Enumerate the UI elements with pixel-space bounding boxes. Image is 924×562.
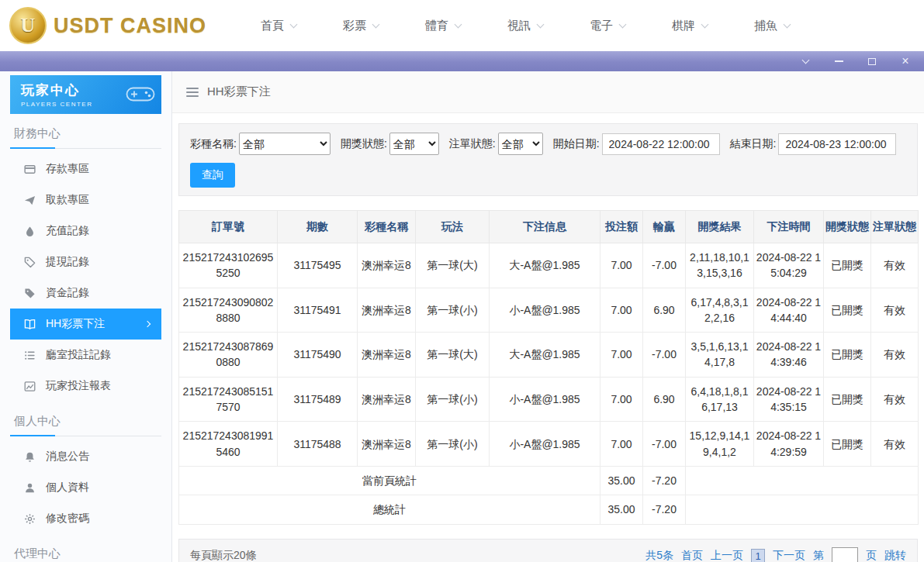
logo-letter: U (21, 14, 36, 37)
sidebar-item-player-bet-report[interactable]: 玩家投注報表 (10, 371, 161, 402)
nav-item-label: 電子 (590, 19, 613, 33)
sidebar-item-hh-lottery-bets[interactable]: HH彩票下注 (10, 309, 161, 340)
nav-item-board-games[interactable]: 棋牌 (672, 19, 708, 33)
cell-draw-status: 已開獎 (824, 422, 871, 467)
tag-filled-icon (23, 287, 36, 299)
sidebar-item-profile[interactable]: 個人資料 (10, 472, 161, 503)
draw-status-select[interactable]: 全部 (389, 133, 439, 155)
chevron-down-icon (537, 20, 545, 28)
current-page-indicator[interactable]: 1 (751, 549, 765, 562)
cell-draw-status: 已開獎 (824, 243, 871, 288)
sidebar-item-label: 個人資料 (46, 481, 89, 495)
nav-item-label: 彩票 (343, 19, 366, 33)
chevron-down-icon (801, 57, 809, 64)
filter-panel: 彩種名稱: 全部 開獎狀態: 全部 注單狀態: 全 (178, 123, 918, 196)
main-menu: 首頁 彩票 體育 視訊 電子 棋牌 捕魚 (261, 19, 790, 33)
page-jump-input[interactable] (832, 547, 858, 562)
sidebar-item-hall-bet-records[interactable]: 廳室投註記錄 (10, 340, 161, 371)
sidebar-item-withdraw-record[interactable]: 提現記錄 (10, 247, 161, 278)
cell-win-loss: -7.00 (643, 243, 686, 288)
sidebar-item-withdraw[interactable]: 取款專區 (10, 184, 161, 215)
sidebar: 玩家中心 PLAYERS CENTER 財務中心 存款專區 取款專區 充值記錄 … (0, 71, 172, 562)
cell-order-status: 有效 (871, 243, 919, 288)
maximize-icon (868, 58, 876, 65)
start-date-input[interactable] (602, 133, 720, 155)
cell-lottery-name: 澳洲幸运8 (358, 288, 416, 333)
jump-label-pre: 第 (813, 549, 824, 562)
cell-win-loss: 6.90 (643, 288, 686, 333)
cell-bet-time: 2024-08-22 14:35:15 (754, 377, 824, 422)
book-icon (23, 318, 36, 330)
end-date-input[interactable] (778, 133, 896, 155)
cell-order-number: 2152172431026955250 (179, 243, 278, 288)
end-date-label: 結束日期: (730, 137, 777, 151)
droplet-icon (23, 225, 36, 237)
cell-play-type: 第一球(大) (416, 333, 490, 378)
draw-status-filter-label: 開獎狀態: (341, 137, 387, 151)
bets-table-body: 2152172431026955250 31175495 澳洲幸运8 第一球(大… (179, 243, 919, 467)
start-date-group: 開始日期: (553, 133, 720, 155)
person-icon (23, 481, 36, 494)
chevron-right-icon (144, 321, 151, 327)
app-body: 玩家中心 PLAYERS CENTER 財務中心 存款專區 取款專區 充值記錄 … (0, 71, 924, 562)
nav-item-lottery[interactable]: 彩票 (343, 19, 379, 33)
grand-total-winloss: -7.20 (643, 495, 686, 524)
window-minimize-button[interactable] (832, 55, 845, 67)
jump-button[interactable]: 跳转 (884, 549, 906, 562)
content-area: 彩種名稱: 全部 開獎狀態: 全部 注單狀態: 全 (172, 113, 924, 562)
table-summary: 當前頁統計 35.00 -7.20 總統計 35.00 -7.20 (179, 466, 919, 524)
cell-draw-status: 已開獎 (824, 377, 871, 422)
sidebar-item-label: 消息公告 (46, 450, 89, 464)
nav-item-fishing[interactable]: 捕魚 (754, 19, 790, 33)
nav-item-video[interactable]: 視訊 (507, 19, 543, 33)
cell-order-number: 2152172430819915460 (179, 422, 278, 467)
nav-item-label: 視訊 (507, 19, 531, 33)
sidebar-item-label: 取款專區 (46, 193, 89, 207)
table-row: 2152172431026955250 31175495 澳洲幸运8 第一球(大… (179, 243, 919, 288)
cell-bet-time: 2024-08-22 14:39:46 (754, 333, 824, 378)
window-dropdown-button[interactable] (799, 55, 812, 67)
cell-order-status: 有效 (871, 288, 919, 333)
window-close-button[interactable]: × (899, 55, 912, 67)
col-bet-time: 下注時間 (754, 211, 824, 243)
sidebar-item-deposit[interactable]: 存款專區 (10, 153, 161, 184)
bets-table: 訂單號 期數 彩種名稱 玩法 下注信息 投注額 輸贏 開獎結果 下注時間 開獎狀… (178, 210, 919, 525)
grand-total-empty (686, 495, 919, 524)
prev-page-link[interactable]: 上一页 (711, 549, 743, 562)
first-page-link[interactable]: 首页 (681, 549, 703, 562)
nav-item-sports[interactable]: 體育 (425, 19, 461, 33)
cell-order-status: 有效 (871, 333, 919, 378)
sidebar-item-label: 提現記錄 (46, 255, 89, 269)
sidebar-item-label: 存款專區 (46, 162, 89, 176)
nav-item-electronic[interactable]: 電子 (590, 19, 625, 33)
sidebar-item-label: HH彩票下注 (46, 317, 105, 331)
sidebar-item-label: 充值記錄 (46, 224, 89, 238)
brand-logo[interactable]: U USDT CASINO (9, 7, 206, 44)
table-row: 2152172430819915460 31175488 澳洲幸运8 第一球(小… (179, 422, 919, 467)
sidebar-item-change-password[interactable]: 修改密碼 (10, 503, 161, 534)
lottery-select[interactable]: 全部 (239, 133, 330, 155)
table-header: 訂單號 期數 彩種名稱 玩法 下注信息 投注額 輸贏 開獎結果 下注時間 開獎狀… (179, 211, 919, 243)
sidebar-item-recharge-record[interactable]: 充值記錄 (10, 215, 161, 247)
sidebar-item-funds-record[interactable]: 資金記錄 (10, 278, 161, 309)
main-content: HH彩票下注 彩種名稱: 全部 開獎狀態: 全部 (172, 71, 924, 562)
list-icon (23, 349, 36, 361)
col-draw-result: 開獎結果 (686, 211, 754, 243)
menu-toggle-icon[interactable] (186, 88, 199, 97)
nav-item-home[interactable]: 首頁 (261, 19, 296, 33)
window-maximize-button[interactable] (866, 55, 878, 67)
sidebar-item-messages[interactable]: 消息公告 (10, 441, 161, 472)
cell-order-status: 有效 (871, 377, 919, 422)
cell-order-number: 2152172430851517570 (179, 377, 278, 422)
col-order-status: 注單狀態 (871, 211, 919, 243)
col-win-loss: 輸贏 (643, 211, 686, 243)
total-count-text: 共5条 (645, 549, 673, 562)
sidebar-item-label: 資金記錄 (46, 286, 89, 300)
cell-period: 31175495 (278, 243, 358, 288)
cell-bet-amount: 7.00 (600, 333, 643, 378)
next-page-link[interactable]: 下一页 (773, 549, 805, 562)
chevron-down-icon (290, 20, 298, 28)
order-status-select[interactable]: 全部 (498, 133, 543, 155)
section-agent-center: 代理中心 (10, 534, 161, 562)
query-button[interactable]: 查詢 (190, 163, 235, 188)
